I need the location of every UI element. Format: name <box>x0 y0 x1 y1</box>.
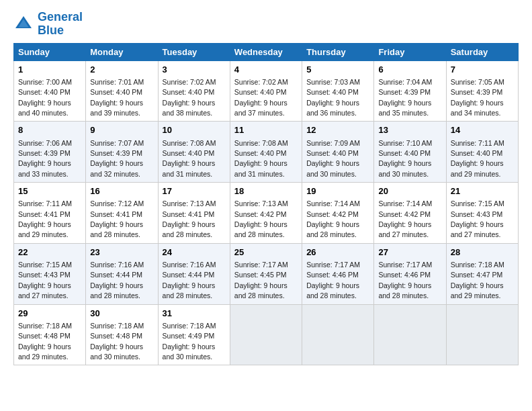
day-header: Wednesday <box>230 43 302 60</box>
calendar-cell: 9 Sunrise: 7:07 AMSunset: 4:39 PMDayligh… <box>86 122 158 183</box>
day-number: 28 <box>451 246 514 259</box>
calendar-cell: 13 Sunrise: 7:10 AMSunset: 4:40 PMDaylig… <box>374 122 446 183</box>
calendar-cell: 15 Sunrise: 7:11 AMSunset: 4:41 PMDaylig… <box>14 183 86 244</box>
calendar-cell: 27 Sunrise: 7:17 AMSunset: 4:46 PMDaylig… <box>374 243 446 304</box>
calendar-cell: 8 Sunrise: 7:06 AMSunset: 4:39 PMDayligh… <box>14 122 86 183</box>
day-info: Sunrise: 7:08 AMSunset: 4:40 PMDaylight:… <box>163 139 216 178</box>
calendar-cell <box>446 304 518 365</box>
calendar-cell: 7 Sunrise: 7:05 AMSunset: 4:39 PMDayligh… <box>446 60 518 122</box>
day-header: Tuesday <box>158 43 230 60</box>
day-info: Sunrise: 7:14 AMSunset: 4:42 PMDaylight:… <box>306 199 360 238</box>
calendar-week-row: 29 Sunrise: 7:18 AMSunset: 4:48 PMDaylig… <box>14 304 519 365</box>
day-number: 4 <box>234 64 298 76</box>
day-info: Sunrise: 7:02 AMSunset: 4:40 PMDaylight:… <box>234 78 288 117</box>
calendar-cell <box>302 304 374 365</box>
day-info: Sunrise: 7:18 AMSunset: 4:49 PMDaylight:… <box>163 322 216 361</box>
day-number: 27 <box>378 246 441 259</box>
day-number: 25 <box>234 246 298 259</box>
day-number: 11 <box>234 124 298 136</box>
day-info: Sunrise: 7:17 AMSunset: 4:46 PMDaylight:… <box>378 261 432 300</box>
day-info: Sunrise: 7:18 AMSunset: 4:48 PMDaylight:… <box>18 322 72 361</box>
calendar-cell: 1 Sunrise: 7:00 AMSunset: 4:40 PMDayligh… <box>14 60 86 122</box>
day-info: Sunrise: 7:12 AMSunset: 4:41 PMDaylight:… <box>90 199 144 238</box>
calendar-cell: 23 Sunrise: 7:16 AMSunset: 4:44 PMDaylig… <box>86 243 158 304</box>
day-info: Sunrise: 7:11 AMSunset: 4:40 PMDaylight:… <box>451 139 504 178</box>
calendar-cell: 11 Sunrise: 7:08 AMSunset: 4:40 PMDaylig… <box>230 122 302 183</box>
day-info: Sunrise: 7:14 AMSunset: 4:42 PMDaylight:… <box>378 199 432 238</box>
logo-text: General Blue <box>38 11 83 38</box>
day-header: Monday <box>86 43 158 60</box>
day-number: 8 <box>18 124 81 136</box>
logo: General Blue <box>13 11 83 38</box>
day-info: Sunrise: 7:03 AMSunset: 4:40 PMDaylight:… <box>306 78 360 117</box>
day-info: Sunrise: 7:13 AMSunset: 4:42 PMDaylight:… <box>234 199 288 238</box>
day-info: Sunrise: 7:08 AMSunset: 4:40 PMDaylight:… <box>234 139 288 178</box>
day-number: 16 <box>90 185 153 197</box>
day-number: 24 <box>163 246 226 259</box>
calendar-cell: 21 Sunrise: 7:15 AMSunset: 4:43 PMDaylig… <box>446 183 518 244</box>
day-info: Sunrise: 7:16 AMSunset: 4:44 PMDaylight:… <box>163 261 216 300</box>
calendar-cell: 22 Sunrise: 7:15 AMSunset: 4:43 PMDaylig… <box>14 243 86 304</box>
calendar-cell: 5 Sunrise: 7:03 AMSunset: 4:40 PMDayligh… <box>302 60 374 122</box>
calendar-cell: 19 Sunrise: 7:14 AMSunset: 4:42 PMDaylig… <box>302 183 374 244</box>
day-info: Sunrise: 7:15 AMSunset: 4:43 PMDaylight:… <box>451 199 504 238</box>
calendar-cell: 28 Sunrise: 7:18 AMSunset: 4:47 PMDaylig… <box>446 243 518 304</box>
calendar-cell: 3 Sunrise: 7:02 AMSunset: 4:40 PMDayligh… <box>158 60 230 122</box>
calendar-week-row: 1 Sunrise: 7:00 AMSunset: 4:40 PMDayligh… <box>14 60 519 122</box>
day-number: 10 <box>163 124 226 136</box>
day-info: Sunrise: 7:06 AMSunset: 4:39 PMDaylight:… <box>18 139 72 178</box>
day-number: 9 <box>90 124 153 136</box>
page-header: General Blue <box>13 11 519 38</box>
day-info: Sunrise: 7:11 AMSunset: 4:41 PMDaylight:… <box>18 199 72 238</box>
day-header: Friday <box>374 43 446 60</box>
day-info: Sunrise: 7:13 AMSunset: 4:41 PMDaylight:… <box>163 199 216 238</box>
day-number: 22 <box>18 246 81 259</box>
day-number: 5 <box>306 64 369 76</box>
day-number: 13 <box>378 124 441 136</box>
day-number: 21 <box>451 185 514 197</box>
day-info: Sunrise: 7:17 AMSunset: 4:45 PMDaylight:… <box>234 261 288 300</box>
day-info: Sunrise: 7:18 AMSunset: 4:47 PMDaylight:… <box>451 261 504 300</box>
day-info: Sunrise: 7:18 AMSunset: 4:48 PMDaylight:… <box>90 322 144 361</box>
day-number: 18 <box>234 185 298 197</box>
calendar-cell: 18 Sunrise: 7:13 AMSunset: 4:42 PMDaylig… <box>230 183 302 244</box>
day-number: 14 <box>451 124 514 136</box>
day-number: 23 <box>90 246 153 259</box>
calendar-header-row: SundayMondayTuesdayWednesdayThursdayFrid… <box>14 43 519 60</box>
calendar-cell: 29 Sunrise: 7:18 AMSunset: 4:48 PMDaylig… <box>14 304 86 365</box>
calendar-cell: 10 Sunrise: 7:08 AMSunset: 4:40 PMDaylig… <box>158 122 230 183</box>
day-number: 20 <box>378 185 441 197</box>
day-info: Sunrise: 7:04 AMSunset: 4:39 PMDaylight:… <box>378 78 432 117</box>
day-info: Sunrise: 7:15 AMSunset: 4:43 PMDaylight:… <box>18 261 72 300</box>
calendar-week-row: 15 Sunrise: 7:11 AMSunset: 4:41 PMDaylig… <box>14 183 519 244</box>
day-number: 12 <box>306 124 369 136</box>
calendar-cell: 14 Sunrise: 7:11 AMSunset: 4:40 PMDaylig… <box>446 122 518 183</box>
day-number: 26 <box>306 246 369 259</box>
calendar-cell: 12 Sunrise: 7:09 AMSunset: 4:40 PMDaylig… <box>302 122 374 183</box>
day-number: 30 <box>90 308 153 320</box>
calendar-cell: 20 Sunrise: 7:14 AMSunset: 4:42 PMDaylig… <box>374 183 446 244</box>
calendar-cell <box>230 304 302 365</box>
day-number: 19 <box>306 185 369 197</box>
calendar-cell: 16 Sunrise: 7:12 AMSunset: 4:41 PMDaylig… <box>86 183 158 244</box>
day-info: Sunrise: 7:10 AMSunset: 4:40 PMDaylight:… <box>378 139 432 178</box>
day-info: Sunrise: 7:07 AMSunset: 4:39 PMDaylight:… <box>90 139 144 178</box>
day-number: 15 <box>18 185 81 197</box>
day-header: Sunday <box>14 43 86 60</box>
calendar-table: SundayMondayTuesdayWednesdayThursdayFrid… <box>13 43 519 366</box>
calendar-cell: 17 Sunrise: 7:13 AMSunset: 4:41 PMDaylig… <box>158 183 230 244</box>
calendar-cell <box>374 304 446 365</box>
day-header: Thursday <box>302 43 374 60</box>
logo-icon <box>13 14 34 34</box>
calendar-cell: 6 Sunrise: 7:04 AMSunset: 4:39 PMDayligh… <box>374 60 446 122</box>
day-info: Sunrise: 7:01 AMSunset: 4:40 PMDaylight:… <box>90 78 144 117</box>
calendar-cell: 24 Sunrise: 7:16 AMSunset: 4:44 PMDaylig… <box>158 243 230 304</box>
day-info: Sunrise: 7:02 AMSunset: 4:40 PMDaylight:… <box>163 78 216 117</box>
day-number: 1 <box>18 64 81 76</box>
day-info: Sunrise: 7:17 AMSunset: 4:46 PMDaylight:… <box>306 261 360 300</box>
calendar-cell: 31 Sunrise: 7:18 AMSunset: 4:49 PMDaylig… <box>158 304 230 365</box>
day-number: 17 <box>163 185 226 197</box>
calendar-week-row: 22 Sunrise: 7:15 AMSunset: 4:43 PMDaylig… <box>14 243 519 304</box>
day-info: Sunrise: 7:00 AMSunset: 4:40 PMDaylight:… <box>18 78 72 117</box>
calendar-cell: 2 Sunrise: 7:01 AMSunset: 4:40 PMDayligh… <box>86 60 158 122</box>
